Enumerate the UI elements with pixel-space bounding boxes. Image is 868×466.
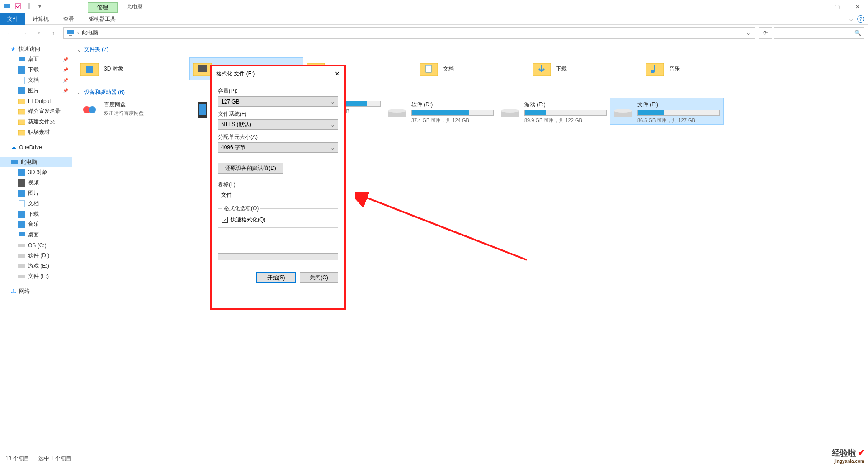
tree-downloads2[interactable]: 下载 (0, 209, 72, 219)
svg-rect-1 (6, 9, 9, 9)
cube-icon (18, 169, 25, 176)
tree-this-pc[interactable]: 此电脑 (0, 157, 72, 167)
expand-ribbon-icon[interactable]: ⌵ (849, 16, 853, 22)
tree-label: 文档 (28, 76, 39, 84)
capacity-bar (524, 110, 607, 116)
status-selection-count: 选中 1 个项目 (38, 455, 71, 462)
capacity-label: 容量(P): (218, 87, 338, 95)
tree-ffoutput[interactable]: FFOutput (0, 96, 72, 106)
ribbon-help-area: ⌵ ? (849, 15, 868, 23)
tab-view[interactable]: 查看 (56, 13, 81, 25)
forward-button[interactable]: → (18, 27, 31, 39)
tree-media-list[interactable]: 媒介宣发名录 (0, 106, 72, 117)
refresh-button[interactable]: ⟳ (759, 27, 772, 39)
address-text[interactable]: 此电脑 (79, 29, 742, 37)
tree-downloads[interactable]: 下载📌 (0, 65, 72, 75)
folder-music[interactable]: 音乐 (642, 58, 755, 80)
tree-documents[interactable]: 文档📌 (0, 75, 72, 85)
maximize-button[interactable]: ▢ (826, 0, 847, 13)
svg-rect-0 (4, 4, 10, 8)
folder-label: 文档 (443, 65, 454, 73)
capacity-select[interactable]: 127 GB⌄ (218, 96, 338, 107)
search-icon[interactable]: 🔍 (854, 30, 861, 36)
checkbox-icon[interactable] (14, 2, 22, 10)
folder-documents[interactable]: 文档 (416, 58, 529, 80)
svg-point-43 (388, 109, 406, 113)
svg-rect-37 (654, 65, 655, 71)
tree-label: 图片 (28, 87, 39, 94)
recent-locations-icon[interactable]: ▾ (33, 27, 45, 39)
drive-software-d[interactable]: 软件 (D:)37.4 GB 可用，共 124 GB (384, 98, 497, 124)
close-button[interactable]: ✕ (847, 0, 868, 13)
search-input[interactable] (777, 30, 854, 36)
quick-format-row[interactable]: ✓ 快速格式化(Q) (222, 216, 334, 224)
svg-rect-21 (19, 232, 25, 236)
desktop-icon (18, 56, 25, 63)
group-folders-header[interactable]: ⌄文件夹 (7) (77, 44, 863, 55)
filesystem-select[interactable]: NTFS (默认)⌄ (218, 119, 338, 130)
tree-software-d[interactable]: 软件 (D:) (0, 250, 72, 261)
drive-games-e[interactable]: 游戏 (E:)89.9 GB 可用，共 122 GB (497, 98, 610, 124)
drive-icon (18, 252, 25, 259)
chevron-down-icon[interactable]: ▾ (36, 2, 44, 10)
tree-label: 音乐 (28, 221, 39, 228)
svg-rect-7 (18, 66, 25, 74)
close-icon[interactable]: ✕ (335, 70, 340, 77)
phone-icon (193, 101, 212, 119)
watermark: 经验啦 ✔ jingyanla.com (832, 447, 865, 464)
allocation-label: 分配单元大小(A) (218, 133, 338, 141)
back-button[interactable]: ← (4, 27, 16, 39)
tree-work-material[interactable]: 职场素材 (0, 127, 72, 137)
group-devices-header[interactable]: ⌄设备和驱动器 (6) (77, 87, 863, 98)
drives-grid: 百度网盘双击运行百度网盘 B 可用，共 100 GB 软件 (D:)37.4 G… (77, 98, 863, 124)
tab-computer[interactable]: 计算机 (25, 13, 56, 25)
tree-label: 职场素材 (28, 128, 50, 136)
svg-rect-27 (86, 66, 93, 73)
tree-new-folder[interactable]: 新建文件夹 (0, 117, 72, 127)
tree-files-f[interactable]: 文件 (F:) (0, 271, 72, 282)
start-button[interactable]: 开始(S) (257, 272, 295, 283)
volume-label-input[interactable] (218, 190, 338, 200)
folder-downloads[interactable]: 下载 (529, 58, 642, 80)
up-button[interactable]: ↑ (47, 27, 60, 39)
close-dialog-button[interactable]: 关闭(C) (300, 272, 338, 283)
quick-format-label: 快速格式化(Q) (231, 216, 265, 224)
restore-defaults-button[interactable]: 还原设备的默认值(D) (218, 163, 283, 174)
tree-desktop[interactable]: 桌面📌 (0, 54, 72, 65)
tree-games-e[interactable]: 游戏 (E:) (0, 261, 72, 271)
tree-pictures[interactable]: 图片📌 (0, 85, 72, 96)
tree-os-c[interactable]: OS (C:) (0, 240, 72, 250)
capacity-bar (637, 110, 720, 116)
minimize-button[interactable]: ─ (806, 0, 826, 13)
help-icon[interactable]: ? (857, 15, 864, 23)
tree-label: FFOutput (28, 98, 51, 104)
tree-3d-objects[interactable]: 3D 对象 (0, 167, 72, 178)
tab-drive-tools[interactable]: 驱动器工具 (81, 13, 123, 25)
tree-network[interactable]: 🖧网络 (0, 286, 72, 297)
svg-rect-15 (18, 169, 25, 176)
drive-baidu[interactable]: 百度网盘双击运行百度网盘 (77, 98, 190, 124)
tree-onedrive[interactable]: ☁OneDrive (0, 142, 72, 152)
drive-icon (18, 242, 25, 249)
tree-quick-access[interactable]: ★快速访问 (0, 44, 72, 54)
allocation-select[interactable]: 4096 字节⌄ (218, 142, 338, 153)
tree-videos[interactable]: 视频 (0, 178, 72, 188)
svg-rect-14 (11, 160, 18, 164)
tree-desktop2[interactable]: 桌面 (0, 230, 72, 240)
ribbon-tabs: 文件 计算机 查看 驱动器工具 ⌵ ? (0, 13, 868, 25)
tree-pictures2[interactable]: 图片 (0, 188, 72, 198)
video-icon (18, 179, 25, 187)
search-box[interactable]: 🔍 (774, 27, 864, 39)
dialog-titlebar[interactable]: 格式化 文件 (F:) ✕ (212, 66, 344, 81)
tab-file[interactable]: 文件 (0, 13, 25, 25)
svg-rect-33 (426, 65, 431, 72)
address-bar[interactable]: › 此电脑 ⌄ (63, 27, 755, 39)
tree-music[interactable]: 音乐 (0, 219, 72, 230)
quick-format-checkbox[interactable]: ✓ (222, 217, 228, 223)
folder-3d-objects[interactable]: 3D 对象 (77, 58, 190, 80)
folder-icon (420, 60, 438, 78)
svg-rect-10 (18, 99, 25, 104)
tree-documents2[interactable]: 文档 (0, 198, 72, 209)
address-dropdown-icon[interactable]: ⌄ (742, 27, 754, 39)
drive-files-f[interactable]: 文件 (F:)86.5 GB 可用，共 127 GB (610, 98, 723, 124)
